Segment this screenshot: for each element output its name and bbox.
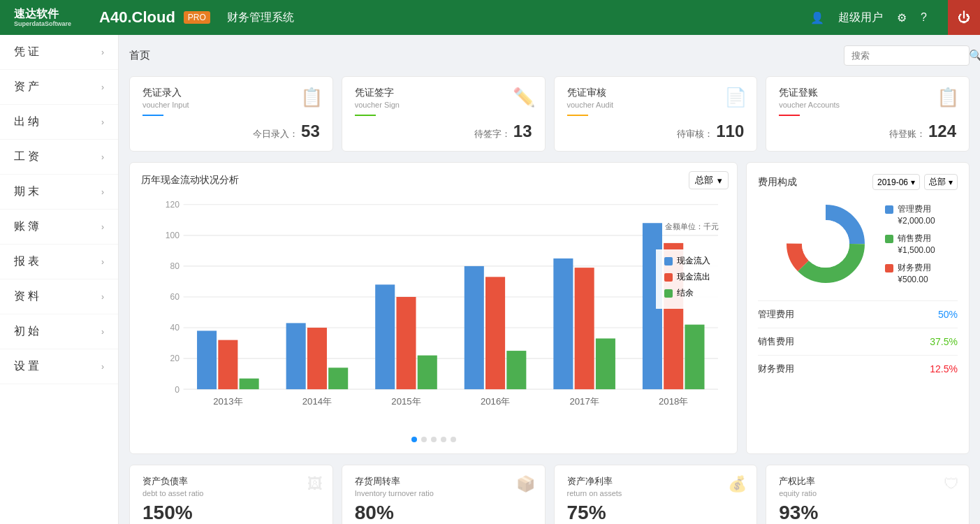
svg-text:2015年: 2015年 (391, 396, 420, 407)
sidebar-item-ziliao[interactable]: 资 料› (0, 279, 118, 314)
svg-text:0: 0 (175, 385, 180, 395)
gear-icon[interactable]: ⚙ (897, 11, 907, 24)
ratio-card-value: 75% (567, 502, 745, 524)
voucher-card-stat: 待签字： 13 (355, 122, 532, 141)
voucher-card-icon: 📄 (724, 87, 747, 108)
svg-text:20: 20 (170, 354, 180, 363)
expense-breakdown: 管理费用 50% 销售费用 37.5% 财务费用 12.5% (758, 300, 958, 382)
voucher-card-stat: 今日录入： 53 (142, 122, 320, 141)
expense-selects: 2019-06 ▾ 总部 ▾ (872, 174, 958, 190)
chart-dept-label: 总部 (695, 174, 713, 187)
sidebar-item-gongzi[interactable]: 工 资› (0, 140, 118, 175)
sidebar-item-zhangbu[interactable]: 账 簿› (0, 210, 118, 245)
voucher-stat-label: 待签字： (474, 128, 511, 140)
expense-row-pct: 37.5% (930, 336, 958, 347)
donut-legend-财务费用: 财务费用 ¥500.00 (885, 262, 935, 284)
search-box[interactable]: 🔍 (844, 45, 970, 66)
ratio-card-title: 资产负债率 (142, 475, 320, 488)
ratio-card-debt[interactable]: 资产负债率 debt to asset ratio 🖼 150% (129, 465, 333, 524)
legend-color (664, 273, 673, 282)
svg-rect-22 (375, 284, 395, 389)
chevron-right-icon: › (101, 187, 104, 197)
chevron-right-icon: › (101, 117, 104, 127)
donut-label: 管理费用 (898, 203, 931, 215)
svg-rect-27 (485, 277, 505, 389)
ratio-card-sub: Inventory turnover ratio (355, 489, 532, 497)
sidebar-item-pingzheng[interactable]: 凭 证› (0, 35, 118, 70)
ratio-card-value: 150% (142, 502, 320, 524)
voucher-card-stat: 待审核： 110 (567, 122, 745, 141)
chevron-right-icon: › (101, 292, 104, 302)
voucher-card-input[interactable]: 凭证录入 voucher Input 今日录入： 53 📋 (129, 76, 333, 152)
topbar: 速达软件 SuperdataSoftware A40.Cloud PRO 财务管… (0, 0, 980, 35)
legend-label: 现金流出 (677, 271, 710, 283)
user-icon[interactable]: 👤 (810, 11, 824, 24)
ratio-card-equity[interactable]: 产权比率 equity ratio 🛡 93% (766, 465, 970, 524)
donut-label: 财务费用 (898, 262, 931, 274)
expense-title: 费用构成 (758, 176, 797, 189)
brand: A40.Cloud PRO 财务管理系统 (99, 8, 294, 27)
voucher-stat-num: 110 (716, 122, 744, 141)
svg-text:80: 80 (170, 261, 180, 271)
svg-text:2014年: 2014年 (302, 396, 332, 407)
expense-row-财务费用: 财务费用 12.5% (758, 355, 958, 382)
topbar-right: 👤 超级用户 ⚙ ? ⏻ (810, 0, 966, 35)
chart-dot-1[interactable] (421, 437, 427, 442)
svg-rect-24 (418, 356, 437, 389)
voucher-card-sub: voucher Audit (567, 101, 745, 109)
expense-header: 费用构成 2019-06 ▾ 总部 ▾ (758, 174, 958, 190)
ratio-card-title: 资产净利率 (567, 475, 745, 488)
chart-dot-3[interactable] (441, 437, 446, 442)
sidebar-item-baobiao[interactable]: 报 表› (0, 245, 118, 279)
chart-title: 历年现金流动状况分析 (141, 174, 726, 187)
chart-panel: 历年现金流动状况分析 总部 ▾ 金额单位：千元 0204060801001202… (129, 162, 738, 454)
svg-text:2017年: 2017年 (569, 396, 599, 407)
username: 超级用户 (838, 10, 883, 25)
sidebar-item-qimo[interactable]: 期 末› (0, 175, 118, 210)
expense-dept-label: 总部 (929, 176, 946, 188)
search-input[interactable] (851, 50, 969, 61)
sidebar-label-ziliao: 资 料 (14, 289, 39, 304)
voucher-card-audit[interactable]: 凭证审核 voucher Audit 待审核： 110 📄 (554, 76, 758, 152)
power-icon[interactable]: ⏻ (948, 0, 980, 35)
svg-rect-15 (218, 340, 237, 389)
chevron-right-icon: › (101, 152, 104, 162)
expense-date-label: 2019-06 (877, 177, 908, 187)
sidebar-item-shezhi[interactable]: 设 置› (0, 349, 118, 384)
chart-dept-select[interactable]: 总部 ▾ (689, 171, 729, 189)
expense-row-label: 管理费用 (758, 308, 794, 321)
svg-text:2016年: 2016年 (481, 396, 510, 407)
chevron-down-icon: ▾ (949, 177, 953, 187)
chart-dot-0[interactable] (411, 437, 417, 442)
chart-dot-4[interactable] (451, 437, 456, 442)
sidebar-label-shezhi: 设 置 (14, 359, 39, 374)
voucher-card-sub: voucher Sign (355, 101, 532, 109)
legend-item-现金流出: 现金流出 (664, 271, 710, 283)
donut-legend-销售费用: 销售费用 ¥1,500.00 (885, 233, 935, 255)
help-icon[interactable]: ? (921, 11, 927, 24)
ratio-card-icon: 🛡 (944, 475, 959, 493)
voucher-card-sign[interactable]: 凭证签字 voucher Sign 待签字： 13 ✏️ (342, 76, 546, 152)
chevron-right-icon: › (101, 82, 104, 92)
svg-rect-26 (465, 266, 484, 389)
voucher-stat-label: 今日录入： (253, 128, 298, 140)
svg-rect-36 (685, 325, 704, 390)
svg-rect-16 (240, 379, 259, 389)
sidebar-item-chushi[interactable]: 初 始› (0, 314, 118, 349)
expense-row-pct: 50% (938, 309, 958, 320)
ratio-card-inventory[interactable]: 存货周转率 Inventory turnover ratio 📦 80% (342, 465, 546, 524)
legend-label: 现金流入 (677, 255, 710, 267)
chevron-right-icon: › (101, 222, 104, 232)
expense-date-select[interactable]: 2019-06 ▾ (872, 174, 920, 190)
voucher-card-accounts[interactable]: 凭证登账 voucher Accounts 待登账： 124 📋 (766, 76, 970, 152)
sidebar-item-chuna[interactable]: 出 纳› (0, 105, 118, 140)
voucher-card-icon: 📋 (300, 87, 323, 108)
chart-dot-2[interactable] (431, 437, 437, 442)
sidebar-label-chushi: 初 始 (14, 324, 39, 339)
chevron-right-icon: › (101, 48, 104, 57)
svg-rect-19 (307, 328, 327, 389)
ratio-card-profit[interactable]: 资产净利率 return on assets 💰 75% (554, 465, 758, 524)
voucher-cards: 凭证录入 voucher Input 今日录入： 53 📋 凭证签字 vouch… (129, 76, 970, 152)
expense-dept-select[interactable]: 总部 ▾ (924, 174, 958, 190)
sidebar-item-zichan[interactable]: 资 产› (0, 70, 118, 105)
